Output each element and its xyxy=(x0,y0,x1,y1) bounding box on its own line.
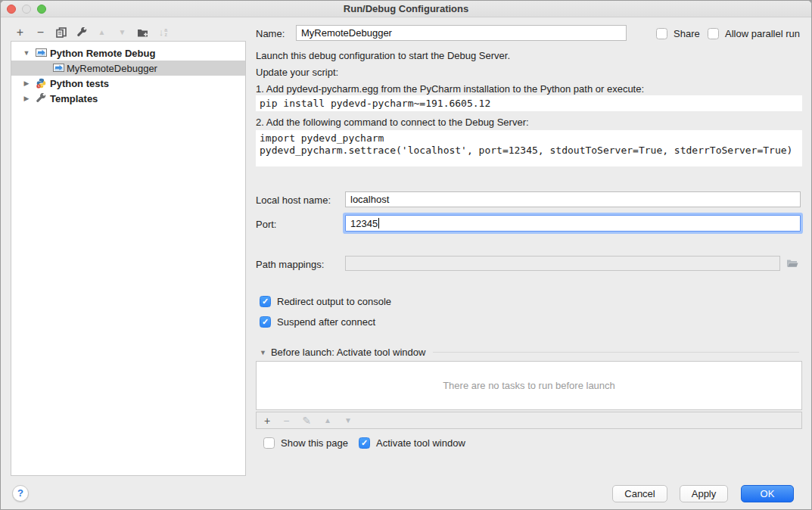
tree-item-label: Templates xyxy=(50,93,98,104)
redirect-output-checkbox[interactable]: ✓ xyxy=(260,296,271,307)
copy-icon xyxy=(56,27,67,38)
share-label: Share xyxy=(674,28,700,39)
activate-tool-window-checkbox[interactable]: ✓ xyxy=(359,437,370,449)
copy-configuration-button[interactable] xyxy=(51,23,71,42)
allow-parallel-run-label: Allow parallel run xyxy=(725,28,800,39)
open-folder-icon xyxy=(786,257,799,269)
edit-task-button[interactable]: ✎ xyxy=(302,415,311,427)
settrace-code-block: import pydevd_pycharm pydevd_pycharm.set… xyxy=(256,130,802,166)
cancel-button[interactable]: Cancel xyxy=(612,485,667,502)
expanded-arrow-icon[interactable]: ▼ xyxy=(23,49,30,57)
add-configuration-button[interactable]: + xyxy=(10,23,30,42)
check-icon: ✓ xyxy=(361,437,368,449)
remote-debug-icon xyxy=(36,48,47,58)
port-label: Port: xyxy=(256,219,276,230)
edit-templates-button[interactable] xyxy=(71,23,92,42)
name-input[interactable] xyxy=(296,25,627,41)
collapsed-arrow-icon[interactable]: ▶ xyxy=(23,79,30,87)
local-host-name-input[interactable] xyxy=(345,191,801,207)
no-tasks-text: There are no tasks to run before launch xyxy=(443,380,615,391)
add-task-button[interactable]: + xyxy=(264,415,270,427)
tree-item-templates[interactable]: ▶ Templates xyxy=(11,91,245,106)
header-rule xyxy=(433,352,799,353)
new-folder-icon xyxy=(137,27,149,38)
name-label: Name: xyxy=(256,28,285,39)
wrench-icon xyxy=(76,27,87,38)
tree-item-label: MyRemoteDebugger xyxy=(67,63,157,74)
run-debug-configurations-dialog: Run/Debug Configurations + − ▲ ▼ xyxy=(0,0,812,510)
activate-tool-window-label: Activate tool window xyxy=(376,437,465,449)
share-checkbox-row: Share xyxy=(656,27,700,39)
text-caret xyxy=(378,218,379,229)
path-mappings-label: Path mappings: xyxy=(256,259,324,270)
collapsed-arrow-icon[interactable]: ▶ xyxy=(23,95,30,102)
before-launch-task-list[interactable]: There are no tasks to run before launch xyxy=(256,361,802,410)
tree-item-label: Python tests xyxy=(50,78,109,89)
tree-item-label: Python Remote Debug xyxy=(50,48,155,59)
configurations-toolbar: + − ▲ ▼ ↓ az xyxy=(10,23,173,42)
tree-item-python-tests[interactable]: ▶ Python tests xyxy=(11,76,245,91)
intro-text: Launch this debug configuration to start… xyxy=(256,50,510,61)
settrace-code-line: pydevd_pycharm.settrace('localhost', por… xyxy=(260,145,798,157)
update-script-text: Update your script: xyxy=(256,67,338,78)
tree-item-python-remote-debug[interactable]: ▼ Python Remote Debug xyxy=(11,45,245,61)
activate-tool-window-row: ✓ Activate tool window xyxy=(359,437,465,449)
ok-button[interactable]: OK xyxy=(741,485,794,502)
suspend-after-connect-checkbox[interactable]: ✓ xyxy=(260,316,271,328)
before-launch-header[interactable]: ▼ Before launch: Activate tool window xyxy=(260,347,799,358)
redirect-output-label: Redirect output to console xyxy=(277,296,391,307)
create-folder-button[interactable] xyxy=(132,23,153,42)
move-down-button[interactable]: ▼ xyxy=(112,23,132,42)
check-icon: ✓ xyxy=(262,316,269,328)
redirect-output-row: ✓ Redirect output to console xyxy=(260,295,391,307)
close-button[interactable] xyxy=(7,5,16,14)
minimize-button[interactable] xyxy=(22,5,31,14)
apply-button[interactable]: Apply xyxy=(680,485,728,502)
path-mappings-input[interactable] xyxy=(345,256,780,271)
move-task-up-button[interactable]: ▲ xyxy=(324,416,331,424)
browse-path-mappings-button[interactable] xyxy=(786,257,799,271)
allow-parallel-run-row: Allow parallel run xyxy=(708,27,800,39)
window-title: Run/Debug Configurations xyxy=(344,3,468,14)
show-this-page-checkbox[interactable] xyxy=(263,437,275,449)
allow-parallel-run-checkbox[interactable] xyxy=(708,28,719,39)
step2-text: 2. Add the following command to connect … xyxy=(256,117,529,128)
move-task-down-button[interactable]: ▼ xyxy=(344,416,352,424)
python-tests-icon xyxy=(36,78,47,89)
sort-alpha-icon: ↓ az xyxy=(159,23,167,42)
remote-debug-icon xyxy=(53,63,64,73)
port-value: 12345 xyxy=(350,216,378,231)
show-this-page-label: Show this page xyxy=(281,437,348,449)
remove-configuration-button[interactable]: − xyxy=(30,23,51,42)
suspend-after-connect-label: Suspend after connect xyxy=(277,316,375,328)
check-icon: ✓ xyxy=(262,296,269,307)
port-input[interactable]: 12345 xyxy=(345,215,801,232)
move-up-button[interactable]: ▲ xyxy=(92,23,112,42)
templates-wrench-icon xyxy=(36,93,47,104)
show-this-page-row: Show this page xyxy=(263,437,348,449)
step1-text: 1. Add pydevd-pycharm.egg from the PyCha… xyxy=(256,83,644,95)
import-code-line: import pydevd_pycharm xyxy=(260,132,798,145)
help-button[interactable]: ? xyxy=(12,485,29,502)
before-launch-title: Before launch: Activate tool window xyxy=(271,347,426,358)
sort-configurations-button[interactable]: ↓ az xyxy=(153,23,173,42)
local-host-name-label: Local host name: xyxy=(256,194,331,206)
suspend-after-connect-row: ✓ Suspend after connect xyxy=(260,316,375,328)
remove-task-button[interactable]: − xyxy=(283,415,289,427)
titlebar[interactable]: Run/Debug Configurations xyxy=(1,1,811,17)
share-checkbox[interactable] xyxy=(656,28,667,39)
before-launch-toolbar: + − ✎ ▲ ▼ xyxy=(256,412,802,429)
pip-install-code: pip install pydevd-pycharm~=191.6605.12 xyxy=(256,95,802,111)
zoom-button[interactable] xyxy=(37,5,46,14)
tree-item-myremotedebugger[interactable]: MyRemoteDebugger xyxy=(11,61,245,76)
configurations-tree: ▼ Python Remote Debug MyRemoteDebugger xyxy=(11,41,246,476)
collapse-arrow-icon[interactable]: ▼ xyxy=(260,349,266,356)
